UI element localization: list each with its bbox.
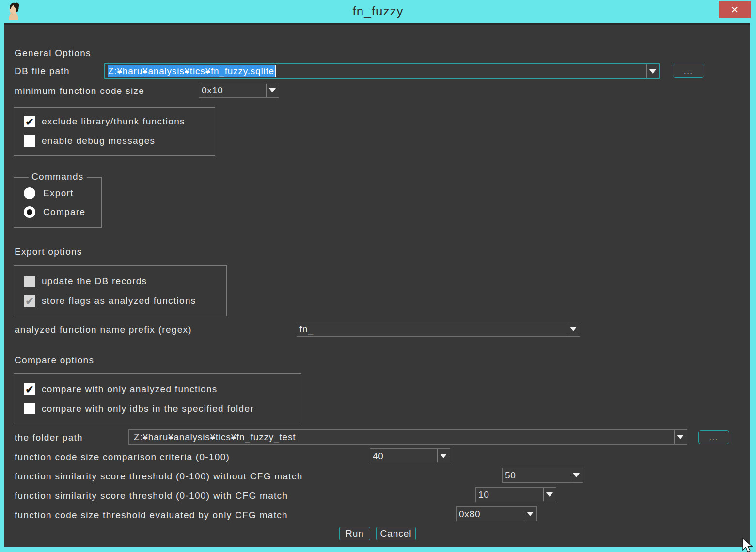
only-analyzed-checkbox[interactable] <box>24 383 35 395</box>
sim-without-cfg-value: 50 <box>505 468 569 482</box>
sim-with-cfg-dropdown-arrow[interactable] <box>543 488 555 501</box>
folder-path-dropdown-arrow[interactable] <box>674 430 686 444</box>
chevron-down-icon <box>677 435 684 439</box>
prefix-input[interactable]: fn_ <box>297 322 580 337</box>
enable-debug-label: enable debug messages <box>42 136 155 146</box>
update-db-label: update the DB records <box>42 276 147 287</box>
db-file-path-value-wrap: Z:¥haru¥analysis¥tics¥fn_fuzzy.sqlite <box>108 64 645 78</box>
compare-radio[interactable] <box>24 206 35 218</box>
prefix-label: analyzed function name prefix (regex) <box>15 323 192 336</box>
sim-without-cfg-select[interactable]: 50 <box>502 468 583 483</box>
update-db-checkbox <box>24 276 35 287</box>
compare-options-heading: Compare options <box>15 354 94 367</box>
folder-path-browse-button[interactable]: ... <box>698 430 729 444</box>
chevron-down-icon <box>649 69 656 74</box>
chevron-down-icon <box>527 512 534 516</box>
chevron-down-icon <box>546 492 553 497</box>
chevron-down-icon <box>573 473 580 477</box>
general-options-heading: General Options <box>15 47 91 60</box>
only-idbs-checkbox[interactable] <box>24 403 35 414</box>
dialog-body: General Options DB file path Z:¥haru¥ana… <box>4 23 750 547</box>
chevron-down-icon <box>570 327 577 331</box>
only-analyzed-label: compare with only analyzed functions <box>42 384 218 395</box>
prefix-dropdown-arrow[interactable] <box>567 322 579 336</box>
run-button[interactable]: Run <box>339 527 370 540</box>
chevron-down-icon <box>440 454 447 458</box>
prefix-value: fn_ <box>299 322 566 336</box>
store-flags-label: store flags as analyzed functions <box>42 295 196 306</box>
folder-path-value: Z:¥haru¥analysis¥tics¥fn_fuzzy_test <box>134 430 673 444</box>
chevron-down-icon <box>269 88 276 92</box>
min-code-size-select[interactable]: 0x10 <box>199 83 279 98</box>
exclude-library-label: exclude library/thunk functions <box>42 116 185 127</box>
mouse-cursor <box>741 537 756 552</box>
text-caret <box>275 65 276 77</box>
folder-path-label: the folder path <box>15 431 83 444</box>
db-file-path-browse-button[interactable]: ... <box>673 64 704 78</box>
min-code-size-label: minimum function code size <box>15 85 144 97</box>
commands-group: Commands Export Compare <box>14 177 102 228</box>
sim-without-cfg-dropdown-arrow[interactable] <box>570 469 582 482</box>
export-radio-label: Export <box>43 188 74 199</box>
db-file-path-dropdown-arrow[interactable] <box>646 64 659 78</box>
code-size-criteria-value: 40 <box>373 449 436 463</box>
code-size-criteria-label: function code size comparison criteria (… <box>15 451 230 463</box>
export-options-heading: Export options <box>15 245 82 258</box>
compare-checkbox-group: compare with only analyzed functions com… <box>14 373 301 424</box>
db-file-path-label: DB file path <box>15 65 70 77</box>
db-file-path-value: Z:¥haru¥analysis¥tics¥fn_fuzzy.sqlite <box>108 65 275 77</box>
code-size-cfg-select[interactable]: 0x80 <box>456 506 537 521</box>
code-size-cfg-dropdown-arrow[interactable] <box>524 507 536 521</box>
export-radio[interactable] <box>24 187 35 199</box>
enable-debug-checkbox[interactable] <box>24 135 35 147</box>
sim-with-cfg-select[interactable]: 10 <box>475 487 556 502</box>
code-size-cfg-value: 0x80 <box>459 507 523 521</box>
min-code-size-dropdown-arrow[interactable] <box>266 84 278 97</box>
sim-without-cfg-label: function similarity score threshold (0-1… <box>15 470 303 483</box>
folder-path-input[interactable]: Z:¥haru¥analysis¥tics¥fn_fuzzy_test <box>128 429 687 445</box>
commands-legend: Commands <box>29 171 87 182</box>
sim-with-cfg-value: 10 <box>478 488 542 502</box>
code-size-cfg-label: function code size threshold evaluated b… <box>15 509 288 521</box>
export-checkbox-group: update the DB records store flags as ana… <box>14 265 227 316</box>
cancel-button[interactable]: Cancel <box>376 527 416 540</box>
only-idbs-label: compare with only idbs in the specified … <box>42 403 254 414</box>
sim-with-cfg-label: function similarity score threshold (0-1… <box>15 490 288 502</box>
general-checkbox-group: exclude library/thunk functions enable d… <box>14 107 215 156</box>
code-size-criteria-dropdown-arrow[interactable] <box>437 449 449 462</box>
exclude-library-checkbox[interactable] <box>24 116 35 127</box>
store-flags-checkbox <box>24 295 35 307</box>
min-code-size-value: 0x10 <box>202 83 265 97</box>
code-size-criteria-select[interactable]: 40 <box>370 448 450 463</box>
db-file-path-input[interactable]: Z:¥haru¥analysis¥tics¥fn_fuzzy.sqlite <box>104 63 660 79</box>
compare-radio-label: Compare <box>43 207 85 217</box>
